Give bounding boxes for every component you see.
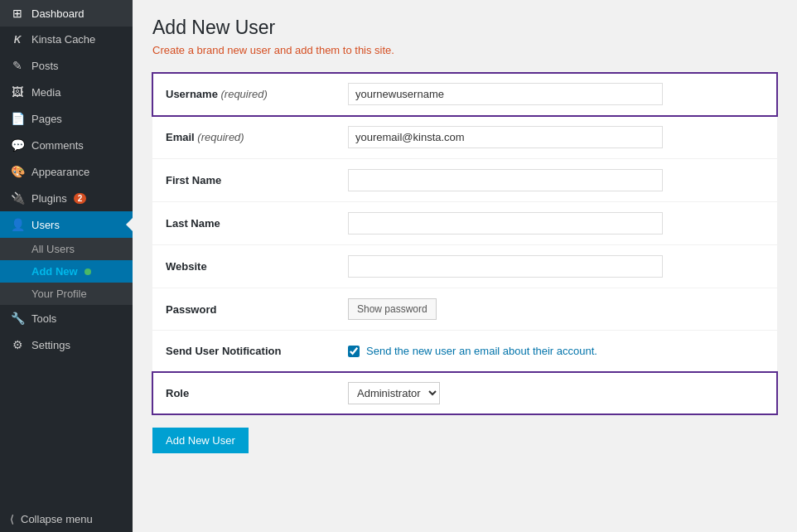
main-content: Add New User Create a brand new user and… <box>133 0 797 532</box>
email-input-wrap <box>348 126 663 148</box>
notification-checkbox[interactable] <box>348 346 360 357</box>
settings-icon: ⚙ <box>10 338 25 351</box>
plugins-icon: 🔌 <box>10 191 25 205</box>
username-label-text: Username <box>166 88 218 100</box>
email-input[interactable] <box>348 126 663 148</box>
username-row: Username (required) <box>152 73 777 116</box>
pages-icon: 📄 <box>10 112 25 125</box>
username-input[interactable] <box>348 83 663 105</box>
email-label: Email (required) <box>166 131 348 143</box>
page-subtitle: Create a brand new user and add them to … <box>152 44 777 56</box>
kinsta-icon: K <box>10 34 25 46</box>
sidebar-item-label: Dashboard <box>31 7 85 20</box>
collapse-icon: ⟨ <box>10 513 14 525</box>
sidebar-item-posts[interactable]: ✎ Posts <box>0 52 133 79</box>
sidebar-item-pages[interactable]: 📄 Pages <box>0 105 133 132</box>
sidebar-item-users[interactable]: 👤 Users <box>0 211 133 238</box>
email-row: Email (required) <box>152 116 777 159</box>
plugins-badge: 2 <box>74 193 87 204</box>
firstname-input-wrap <box>348 169 663 191</box>
sidebar-item-label: Posts <box>31 60 59 72</box>
role-select[interactable]: Subscriber Contributor Author Editor Adm… <box>348 382 440 404</box>
sidebar-item-label: Tools <box>31 312 56 325</box>
website-label: Website <box>166 260 348 273</box>
dashboard-icon: ⊞ <box>10 7 25 20</box>
users-arrow <box>126 218 133 231</box>
add-new-dot <box>85 268 91 275</box>
users-submenu: All Users Add New Your Profile <box>0 238 133 305</box>
firstname-row: First Name <box>152 159 777 202</box>
tools-icon: 🔧 <box>10 312 25 325</box>
sidebar-item-label: Appearance <box>31 166 89 178</box>
password-row: Password Show password <box>152 288 777 331</box>
username-input-wrap <box>348 83 663 105</box>
lastname-input[interactable] <box>348 212 663 235</box>
email-label-text: Email <box>166 131 195 143</box>
password-input-wrap: Show password <box>348 298 663 320</box>
sidebar-item-label: Users <box>31 219 60 231</box>
sidebar-item-comments[interactable]: 💬 Comments <box>0 132 133 158</box>
notification-input-wrap: Send the new user an email about their a… <box>348 345 663 357</box>
sidebar-item-label: Comments <box>31 139 84 152</box>
submenu-your-profile[interactable]: Your Profile <box>0 283 133 305</box>
sidebar-item-label: Media <box>31 86 60 99</box>
username-label: Username (required) <box>166 88 348 100</box>
website-input-wrap <box>348 255 663 278</box>
notification-text: Send the new user an email about their a… <box>366 345 597 357</box>
submenu-add-new[interactable]: Add New <box>0 260 133 283</box>
lastname-input-wrap <box>348 212 663 235</box>
website-row: Website <box>152 245 777 288</box>
sidebar-item-media[interactable]: 🖼 Media <box>0 79 133 105</box>
sidebar-item-tools[interactable]: 🔧 Tools <box>0 305 133 331</box>
sidebar-item-label: Pages <box>31 113 62 125</box>
notification-content: Send the new user an email about their a… <box>348 345 663 357</box>
collapse-menu[interactable]: ⟨ Collapse menu <box>0 506 133 532</box>
page-title: Add New User <box>152 17 777 39</box>
add-user-form: Username (required) Email (required) Fir… <box>152 73 777 414</box>
firstname-input[interactable] <box>348 169 663 191</box>
show-password-button[interactable]: Show password <box>348 298 437 320</box>
email-required: (required) <box>197 131 244 143</box>
username-required: (required) <box>221 88 268 100</box>
notification-label: Send User Notification <box>166 345 348 357</box>
appearance-icon: 🎨 <box>10 165 25 178</box>
posts-icon: ✎ <box>10 59 25 72</box>
sidebar-item-label: Settings <box>31 339 70 351</box>
media-icon: 🖼 <box>10 85 25 99</box>
firstname-label: First Name <box>166 174 348 186</box>
role-input-wrap: Subscriber Contributor Author Editor Adm… <box>348 382 663 404</box>
sidebar-item-kinsta-cache[interactable]: K Kinsta Cache <box>0 27 133 52</box>
users-icon: 👤 <box>10 218 25 231</box>
comments-icon: 💬 <box>10 138 25 152</box>
sidebar-item-plugins[interactable]: 🔌 Plugins 2 <box>0 185 133 211</box>
lastname-row: Last Name <box>152 202 777 245</box>
sidebar-item-dashboard[interactable]: ⊞ Dashboard <box>0 0 133 27</box>
role-label: Role <box>166 387 348 399</box>
add-new-label: Add New <box>31 265 78 278</box>
role-row: Role Subscriber Contributor Author Edito… <box>152 372 777 414</box>
submenu-all-users[interactable]: All Users <box>0 238 133 260</box>
lastname-label: Last Name <box>166 217 348 230</box>
collapse-label: Collapse menu <box>21 513 93 525</box>
sidebar-item-appearance[interactable]: 🎨 Appearance <box>0 158 133 185</box>
password-label: Password <box>166 303 348 316</box>
add-new-user-button[interactable]: Add New User <box>152 428 249 453</box>
sidebar-item-label: Plugins <box>31 192 67 205</box>
sidebar-item-settings[interactable]: ⚙ Settings <box>0 331 133 358</box>
notification-row: Send User Notification Send the new user… <box>152 331 777 372</box>
sidebar-item-label: Kinsta Cache <box>31 33 95 46</box>
website-input[interactable] <box>348 255 663 278</box>
sidebar: ⊞ Dashboard K Kinsta Cache ✎ Posts 🖼 Med… <box>0 0 133 532</box>
